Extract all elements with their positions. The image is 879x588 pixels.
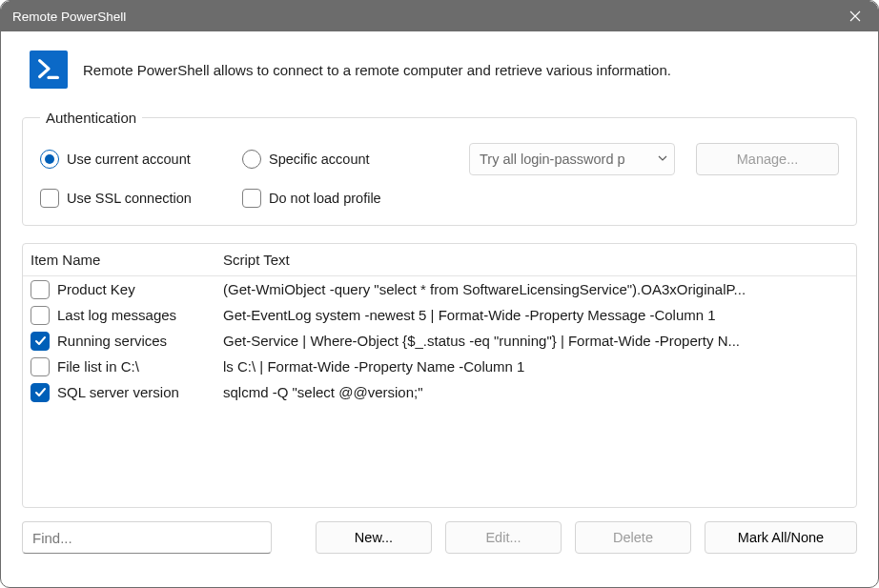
checkbox-label: Do not load profile: [269, 191, 381, 206]
checkbox-use-ssl[interactable]: Use SSL connection: [40, 189, 221, 208]
edit-button[interactable]: Edit...: [445, 521, 562, 554]
login-combo[interactable]: Try all login-password p: [469, 143, 675, 175]
radio-label: Specific account: [269, 152, 370, 167]
new-button[interactable]: New...: [316, 521, 432, 554]
authentication-legend: Authentication: [40, 110, 142, 126]
close-icon: [849, 10, 861, 22]
radio-label: Use current account: [67, 152, 191, 167]
list-row[interactable]: File list in C:\ls C:\ | Format-Wide -Pr…: [23, 354, 856, 379]
row-name-cell: Running services: [31, 332, 223, 351]
mark-all-none-button[interactable]: Mark All/None: [705, 521, 857, 554]
row-name-label: Last log messages: [57, 307, 176, 323]
row-name-label: SQL server version: [57, 384, 179, 400]
radio-specific-account[interactable]: Specific account: [242, 150, 404, 169]
close-button[interactable]: [834, 2, 876, 30]
list-row[interactable]: Running servicesGet-Service | Where-Obje…: [23, 328, 856, 354]
powershell-icon: [30, 51, 68, 89]
row-checkbox[interactable]: [31, 306, 50, 325]
col-header-name[interactable]: Item Name: [31, 252, 223, 268]
list-row[interactable]: Last log messagesGet-EventLog system -ne…: [23, 302, 856, 328]
manage-button[interactable]: Manage...: [696, 143, 839, 175]
row-name-label: File list in C:\: [57, 358, 139, 375]
checkmark-icon: [34, 386, 47, 398]
delete-button[interactable]: Delete: [575, 521, 691, 554]
radio-icon: [40, 150, 59, 169]
row-script-cell: Get-EventLog system -newest 5 | Format-W…: [223, 307, 848, 323]
row-script-cell: sqlcmd -Q "select @@version;": [223, 384, 848, 400]
radio-use-current-account[interactable]: Use current account: [40, 150, 221, 169]
checkbox-no-profile[interactable]: Do not load profile: [242, 189, 381, 208]
checkbox-icon: [40, 189, 59, 208]
header: Remote PowerShell allows to connect to a…: [22, 51, 857, 89]
row-name-cell: Product Key: [31, 280, 223, 299]
row-name-cell: File list in C:\: [31, 357, 223, 376]
checkmark-icon: [34, 335, 47, 347]
titlebar: Remote PowerShell: [1, 1, 878, 31]
row-name-label: Product Key: [57, 281, 135, 297]
row-checkbox[interactable]: [31, 332, 50, 351]
list-row[interactable]: Product Key(Get-WmiObject -query "select…: [23, 276, 856, 302]
list-row[interactable]: SQL server versionsqlcmd -Q "select @@ve…: [23, 379, 856, 405]
header-description: Remote PowerShell allows to connect to a…: [83, 62, 671, 78]
row-checkbox[interactable]: [31, 383, 50, 402]
combo-value: Try all login-password p: [480, 152, 657, 167]
row-name-cell: Last log messages: [31, 306, 223, 325]
script-list: Item Name Script Text Product Key(Get-Wm…: [22, 243, 857, 508]
row-script-cell: ls C:\ | Format-Wide -Property Name -Col…: [223, 358, 848, 375]
row-script-cell: (Get-WmiObject -query "select * from Sof…: [223, 281, 848, 297]
radio-icon: [242, 150, 261, 169]
row-name-label: Running services: [57, 333, 167, 349]
row-name-cell: SQL server version: [31, 383, 223, 402]
row-script-cell: Get-Service | Where-Object {$_.status -e…: [223, 333, 848, 349]
window-title: Remote PowerShell: [12, 10, 834, 24]
checkbox-icon: [242, 189, 261, 208]
col-header-script[interactable]: Script Text: [223, 252, 848, 268]
list-header: Item Name Script Text: [23, 244, 856, 276]
row-checkbox[interactable]: [31, 280, 50, 299]
checkbox-label: Use SSL connection: [67, 191, 192, 206]
bottom-toolbar: New... Edit... Delete Mark All/None: [22, 521, 857, 554]
list-body: Product Key(Get-WmiObject -query "select…: [23, 276, 856, 405]
chevron-down-icon: [657, 152, 668, 167]
row-checkbox[interactable]: [31, 357, 50, 376]
authentication-group: Authentication Use current account Speci…: [22, 110, 857, 226]
find-input[interactable]: [22, 521, 272, 554]
